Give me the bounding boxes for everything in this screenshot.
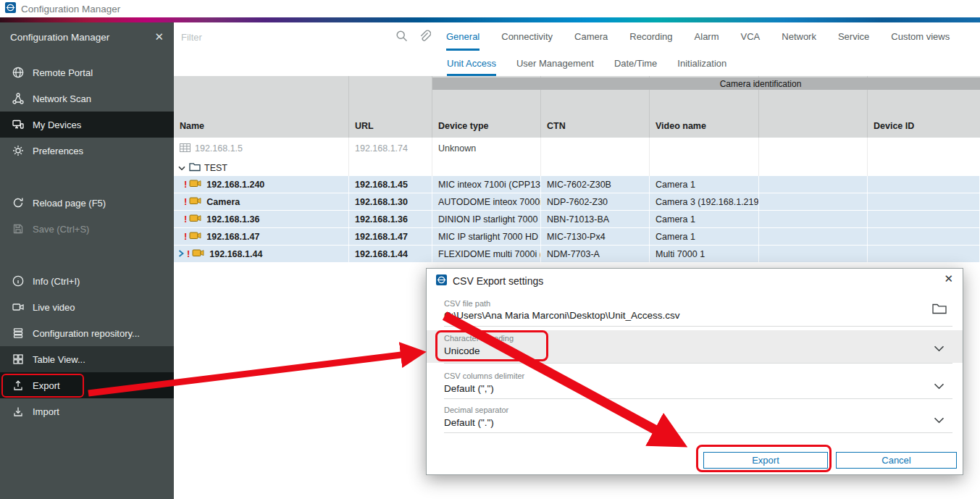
sidebar-item-network-scan[interactable]: Network Scan	[0, 85, 174, 112]
sidebar: Configuration Manager ✕ Remote Portal Ne…	[0, 22, 174, 499]
filter-input[interactable]	[180, 28, 385, 46]
paperclip-icon[interactable]	[418, 29, 431, 46]
sidebar-item-my-devices[interactable]: My Devices	[0, 112, 174, 138]
video-camera-icon	[11, 301, 25, 314]
main-toolbar: General Connectivity Camera Recording Al…	[174, 22, 980, 51]
sidebar-item-remote-portal[interactable]: Remote Portal	[0, 59, 174, 85]
warning-icon: !	[184, 231, 187, 242]
sidebar-item-import[interactable]: Import	[0, 398, 174, 424]
device-url: 192.168.1.30	[349, 193, 432, 210]
network-scan-icon	[11, 92, 25, 105]
sidebar-item-label: Table View...	[33, 354, 85, 365]
decimal-separator-value[interactable]: Default (".")	[444, 417, 494, 428]
window-title: Configuration Manager	[21, 4, 120, 14]
device-video-name: Camera 1	[650, 211, 759, 227]
export-button[interactable]: Export	[703, 452, 828, 469]
divider	[444, 432, 952, 433]
info-icon	[11, 274, 25, 288]
browse-folder-icon[interactable]	[932, 303, 947, 317]
table-row[interactable]: 192.168.1.5 192.168.1.74 Unknown	[174, 138, 980, 159]
close-icon[interactable]: ✕	[154, 30, 164, 43]
sidebar-nav: Remote Portal Network Scan My Devices Pr…	[0, 59, 174, 424]
devices-icon	[11, 118, 25, 131]
camera-device-icon	[189, 231, 201, 242]
cancel-button[interactable]: Cancel	[836, 452, 957, 469]
sidebar-item-label: Export	[33, 380, 60, 391]
warning-icon: !	[184, 179, 187, 190]
device-ctn: NDM-7703-A	[541, 246, 650, 262]
chevron-down-icon[interactable]	[934, 414, 945, 427]
tab-custom-views[interactable]: Custom views	[891, 22, 950, 51]
chevron-down-icon[interactable]	[934, 380, 945, 393]
brand-stripe	[0, 17, 980, 22]
csv-file-path-value[interactable]: C:\Users\Ana Maria Marconi\Desktop\Unit_…	[444, 310, 680, 321]
reload-icon	[11, 196, 25, 209]
device-type: AUTODOME inteox 7000i (...	[432, 193, 541, 210]
table-row[interactable]: !192.168.1.47 192.168.1.47 MIC IP starli…	[174, 228, 980, 246]
tab-network[interactable]: Network	[782, 22, 816, 51]
table-view-icon	[11, 353, 25, 366]
device-ctn: MIC-7130-Px4	[541, 228, 650, 245]
device-video-name: Multi 7000 1	[650, 246, 759, 262]
sidebar-item-export[interactable]: Export	[0, 372, 174, 398]
app-icon	[436, 274, 447, 288]
device-url: 192.168.1.45	[349, 176, 432, 193]
device-name: 192.168.1.47	[206, 232, 259, 242]
divider	[444, 326, 952, 327]
expand-chevron-icon[interactable]	[178, 249, 185, 259]
dialog-close-icon[interactable]: ✕	[944, 272, 953, 285]
grid-device-icon	[180, 143, 190, 154]
table-row[interactable]: !192.168.1.36 192.168.1.36 DINION IP sta…	[174, 211, 980, 228]
table-row[interactable]: !Camera 192.168.1.30 AUTODOME inteox 700…	[174, 193, 980, 211]
sidebar-item-live-video[interactable]: Live video	[0, 294, 174, 320]
csv-file-path-label: CSV file path	[444, 299, 490, 308]
subtab-date-time[interactable]: Date/Time	[614, 51, 657, 76]
tab-vca[interactable]: VCA	[741, 22, 761, 51]
sidebar-item-table-view[interactable]: Table View...	[0, 346, 174, 372]
tab-connectivity[interactable]: Connectivity	[501, 22, 553, 51]
camera-device-icon	[192, 248, 204, 259]
column-header-url[interactable]: URL	[349, 76, 432, 138]
sidebar-item-label: My Devices	[33, 119, 81, 130]
sidebar-item-save[interactable]: Save (Ctrl+S)	[0, 216, 174, 242]
subtab-user-management[interactable]: User Management	[516, 51, 594, 76]
subtab-unit-access[interactable]: Unit Access	[447, 51, 496, 76]
table-row[interactable]: !192.168.1.44 192.168.1.44 FLEXIDOME mul…	[174, 246, 980, 263]
tab-service[interactable]: Service	[838, 22, 869, 51]
csv-columns-delimiter-value[interactable]: Default (",")	[444, 383, 494, 394]
dialog-title: CSV Export settings	[453, 275, 543, 287]
dialog-title-bar: CSV Export settings	[436, 274, 543, 288]
sidebar-item-label: Reload page (F5)	[33, 198, 106, 209]
sub-tab-bar: Unit Access User Management Date/Time In…	[174, 51, 980, 76]
sidebar-item-label: Save (Ctrl+S)	[33, 224, 89, 235]
csv-export-dialog: CSV Export settings ✕ CSV file path C:\U…	[426, 268, 963, 475]
tab-recording[interactable]: Recording	[629, 22, 672, 51]
warning-icon: !	[187, 248, 190, 259]
sidebar-item-reload[interactable]: Reload page (F5)	[0, 190, 174, 216]
device-type: MIC inteox 7100i (CPP13)	[432, 176, 541, 193]
tab-general[interactable]: General	[446, 22, 479, 51]
character-encoding-value[interactable]: Unicode	[444, 345, 480, 356]
repository-icon	[11, 327, 25, 340]
subtab-initialization[interactable]: Initialization	[677, 51, 726, 76]
app-window: Configuration Manager Configuration Mana…	[0, 0, 980, 499]
tab-alarm[interactable]: Alarm	[695, 22, 719, 51]
device-ctn: NBN-71013-BA	[541, 211, 650, 227]
device-type: Unknown	[432, 138, 541, 159]
camera-device-icon	[189, 214, 201, 225]
column-header-name[interactable]: Name	[174, 76, 349, 138]
sidebar-item-preferences[interactable]: Preferences	[0, 138, 174, 164]
sidebar-item-configuration-repository[interactable]: Configuration repository...	[0, 320, 174, 346]
table-row-group[interactable]: TEST	[174, 159, 980, 176]
sidebar-header: Configuration Manager ✕	[0, 22, 174, 51]
divider	[444, 363, 952, 364]
chevron-down-icon[interactable]	[178, 163, 185, 173]
device-type: MIC IP starlight 7000 HD (...	[432, 228, 541, 245]
main-tab-bar: General Connectivity Camera Recording Al…	[446, 22, 950, 51]
tab-camera[interactable]: Camera	[574, 22, 608, 51]
sidebar-item-info[interactable]: Info (Ctrl+I)	[0, 268, 174, 294]
device-video-name: Camera 3 (192.168.1.219)	[650, 193, 759, 210]
chevron-down-icon[interactable]	[934, 342, 945, 355]
search-icon[interactable]	[395, 29, 409, 46]
table-row[interactable]: !192.168.1.240 192.168.1.45 MIC inteox 7…	[174, 176, 980, 193]
